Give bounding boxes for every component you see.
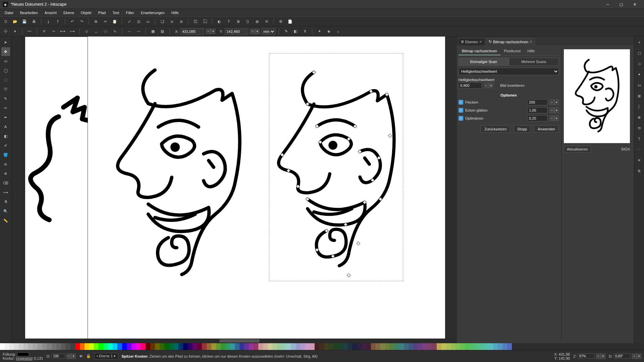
tab-layers[interactable]: ≣ Ebenen ✕ [458,38,485,45]
snap-text-icon[interactable]: T [636,135,643,142]
measure-tool[interactable]: 📏 [1,216,10,225]
clone-icon[interactable]: ⧈ [168,18,175,25]
close-icon[interactable]: ✕ [530,40,532,44]
snap-intersection-icon[interactable]: ✕ [636,157,643,164]
node-symmetric-icon[interactable]: ⬭ [102,28,109,35]
palette-swatch[interactable] [193,343,197,350]
lpe-tool[interactable]: ⚗ [1,197,10,206]
snap-others-icon[interactable]: ✦ [636,71,643,78]
palette-swatch[interactable] [502,343,507,350]
palette-swatch[interactable] [343,343,347,350]
palette-swatch[interactable] [5,343,9,350]
palette-swatch[interactable] [188,343,193,350]
palette-swatch[interactable] [108,343,113,350]
palette-swatch[interactable] [319,343,324,350]
stop-button[interactable]: Stopp [514,125,531,133]
unlink-clone-icon[interactable]: ⊘ [177,18,185,25]
palette-swatch[interactable] [324,343,329,350]
threshold-input[interactable] [459,82,482,88]
palette-swatch[interactable] [301,343,305,350]
palette-swatch[interactable] [254,343,258,350]
palette-swatch[interactable] [14,343,19,350]
palette-swatch[interactable] [225,343,230,350]
zoom-input[interactable] [578,354,595,359]
snap-bbox-icon[interactable]: ▢ [636,49,643,57]
palette-swatch[interactable] [56,343,61,350]
snap-midpoint-icon[interactable]: ⋯ [636,146,643,153]
zoom-page-icon[interactable]: ▭ [144,18,152,25]
paintbucket-tool[interactable]: 🪣 [1,150,10,159]
minimize-button[interactable]: ─ [601,0,614,9]
apply-button[interactable]: Anwenden [534,125,559,133]
palette-swatch[interactable] [160,343,164,350]
palette-swatch[interactable] [85,343,89,350]
palette-swatch[interactable] [296,343,301,350]
y-input[interactable] [225,28,248,35]
palette-swatch[interactable] [427,343,432,350]
seg-line-icon[interactable]: ─ [125,28,133,35]
canvas-area[interactable] [11,37,456,343]
palette-swatch[interactable] [479,343,484,350]
snap-guide-icon[interactable]: │ [636,103,643,110]
palette-swatch[interactable] [0,343,5,350]
bezier-tool[interactable]: ✑ [1,104,10,112]
next-lpe-icon[interactable]: ↯ [301,28,309,35]
tweak-tool[interactable]: ≋ [1,160,10,169]
palette-swatch[interactable] [390,343,394,350]
palette-swatch[interactable] [146,343,150,350]
smooth-input[interactable] [527,107,547,113]
rect-tool[interactable]: ▭ [1,57,10,65]
maximize-button[interactable]: ▢ [614,0,628,9]
palette-swatch[interactable] [310,343,315,350]
menu-help[interactable]: Hilfe [169,10,181,16]
palette-swatch[interactable] [202,343,207,350]
threshold-spinner[interactable]: −+ [484,83,493,88]
palette-swatch[interactable] [291,343,296,350]
ungroup-icon[interactable]: ⿺ [201,18,209,25]
save-icon[interactable]: 💾 [21,18,28,25]
duplicate-icon[interactable]: ❏ [159,18,166,25]
eraser-tool[interactable]: ⌫ [1,179,10,187]
node-smooth-icon[interactable]: ◡ [92,28,100,35]
export-icon[interactable]: ⭱ [54,18,61,25]
new-doc-icon[interactable]: 🗋 [2,18,9,25]
speckles-spinner[interactable]: −+ [549,100,559,105]
smooth-spinner[interactable]: −+ [549,108,559,113]
menu-layer[interactable]: Ebene [61,10,77,16]
xml-icon[interactable]: ⟨⟩ [244,18,251,25]
palette-swatch[interactable] [315,343,319,350]
visibility-icon[interactable]: 👁 [79,354,83,358]
optimize-input[interactable] [527,115,547,121]
menu-extensions[interactable]: Erweiterungen [138,10,167,16]
palette-swatch[interactable] [493,343,498,350]
palette-swatch[interactable] [75,343,80,350]
node-join-seg-icon[interactable]: ⟷ [59,28,66,35]
palette-swatch[interactable] [164,343,169,350]
palette-swatch[interactable] [122,343,127,350]
seg-curve-icon[interactable]: 〰 [135,28,142,35]
copy-icon[interactable]: ⧉ [92,18,100,25]
obj-to-path-icon[interactable]: ▦ [149,28,157,35]
palette-swatch[interactable] [117,343,122,350]
palette-swatch[interactable] [230,343,235,350]
opacity-input[interactable] [52,354,65,359]
update-button[interactable]: Aktualisieren [564,146,591,153]
palette-swatch[interactable] [484,343,488,350]
palette-swatch[interactable] [9,343,14,350]
subtab-pixelart[interactable]: Pixelkunst [500,47,524,55]
palette-swatch[interactable] [70,343,75,350]
palette-swatch[interactable] [263,343,268,350]
palette-swatch[interactable] [268,343,272,350]
prefs-icon[interactable]: ⚙ [277,18,284,25]
selector-tool[interactable]: ➤ [1,38,10,47]
palette-swatch[interactable] [409,343,413,350]
show-outline-icon[interactable]: ◈ [325,28,332,35]
palette-swatch[interactable] [141,343,146,350]
import-icon[interactable]: ⭳ [45,18,52,25]
opacity-spinner[interactable]: −+ [66,354,76,359]
node-join-icon[interactable]: ⤳ [50,28,57,35]
scan-multiple[interactable]: Mehrere Scans [509,58,559,66]
reset-button[interactable]: Zurücksetzen [481,125,510,133]
palette-swatch[interactable] [42,343,47,350]
scan-single[interactable]: Einmaliger Scan [459,58,509,66]
